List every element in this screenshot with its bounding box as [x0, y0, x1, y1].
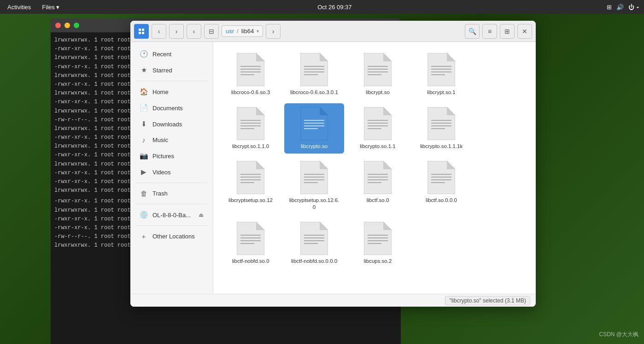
dropdown-arrow-icon: ▾	[56, 4, 59, 11]
activities-button[interactable]: Activities	[5, 3, 34, 12]
recent-icon: 🕐	[140, 50, 148, 58]
search-button[interactable]: 🔍	[465, 24, 480, 39]
path-separator: /	[237, 28, 239, 35]
svg-rect-56	[240, 179, 261, 180]
sidebar-label-other-locations: Other Locations	[152, 233, 195, 240]
svg-rect-91	[368, 237, 388, 238]
svg-rect-73	[431, 177, 451, 178]
file-item[interactable]: libcrypto.so.1.1	[348, 103, 408, 154]
sidebar-item-trash[interactable]: 🗑 Trash	[132, 186, 211, 201]
svg-rect-13	[304, 69, 324, 70]
sidebar-item-recent[interactable]: 🕐 Recent	[132, 46, 211, 62]
grid-icon: ⊞	[504, 28, 510, 35]
sidebar-item-starred[interactable]: ★ Starred	[132, 62, 211, 78]
file-item-selected[interactable]: libcrypto.so	[284, 103, 344, 154]
file-item[interactable]: libctf-nobfd.so.0.0.0	[284, 218, 344, 268]
file-name: libcrypto.so.1.1	[360, 143, 395, 150]
chevron-down-icon: ▾	[257, 29, 259, 34]
file-icon	[237, 53, 264, 86]
file-item[interactable]: libctf.so.0	[348, 157, 408, 214]
svg-rect-19	[368, 69, 388, 70]
sidebar-item-videos[interactable]: ▶ Videos	[132, 164, 211, 180]
svg-rect-0	[139, 29, 141, 31]
svg-rect-61	[304, 177, 324, 178]
svg-rect-24	[431, 66, 451, 67]
filemanager-window: ‹ › ‹ ⊟ usr / lib64 ▾ › 🔍 ≡ ⊞ ✕ 🕐 Re	[130, 21, 536, 307]
breadcrumb-next-button[interactable]: ›	[266, 24, 281, 39]
path-parent[interactable]: usr	[226, 28, 234, 35]
svg-rect-55	[240, 177, 261, 178]
history-button[interactable]: ⊟	[204, 24, 219, 39]
svg-rect-54	[240, 174, 261, 175]
pictures-icon: 📷	[140, 152, 148, 160]
sidebar-label-ol: OL-8-8-0-Ba...	[152, 212, 191, 219]
network-icon: ⊞	[607, 4, 612, 11]
videos-icon: ▶	[140, 168, 148, 176]
sidebar-item-music[interactable]: ♪ Music	[132, 132, 211, 148]
file-item[interactable]: libcrypto.so.1.1.1k	[411, 103, 471, 154]
path-current: lib64	[241, 28, 254, 35]
file-item[interactable]: libcups.so.2	[348, 218, 408, 268]
file-name: libcrypt.so	[366, 89, 390, 96]
sidebar-item-home[interactable]: 🏠 Home	[132, 84, 211, 100]
file-icon	[300, 53, 328, 86]
file-item[interactable]: libcryptsetup.so.12.6.0	[284, 157, 344, 214]
svg-rect-72	[431, 174, 451, 175]
files-menu-button[interactable]: Files ▾	[39, 3, 62, 12]
forward-button[interactable]: ›	[169, 24, 184, 39]
file-item[interactable]: libctf-nobfd.so.0	[221, 218, 281, 268]
close-button[interactable]: ✕	[517, 24, 532, 39]
file-name: libctf.so.0	[367, 197, 389, 204]
svg-rect-1	[142, 29, 144, 31]
documents-icon: 📄	[140, 104, 148, 112]
file-icon	[427, 53, 455, 86]
file-item[interactable]: libctf.so.0.0.0	[411, 157, 471, 214]
svg-rect-38	[304, 125, 324, 126]
file-item[interactable]: libcrypt.so.1.1.0	[221, 103, 281, 154]
file-item[interactable]: libcroco-0.6.so.3.0.1	[284, 49, 344, 100]
sidebar-label-recent: Recent	[152, 51, 171, 58]
up-button[interactable]: ‹	[187, 24, 201, 39]
sidebar-item-documents[interactable]: 📄 Documents	[132, 100, 211, 116]
file-icon	[427, 107, 455, 140]
file-item[interactable]: libcrypt.so.1	[411, 49, 471, 100]
svg-rect-93	[368, 243, 381, 244]
sidebar-label-downloads: Downloads	[152, 121, 182, 128]
eject-icon[interactable]: ⏏	[199, 212, 204, 218]
svg-rect-36	[304, 120, 324, 121]
file-name: libctf-nobfd.so.0.0.0	[291, 258, 337, 265]
sidebar-item-ol[interactable]: 💿 OL-8-8-0-Ba... ⏏	[132, 207, 211, 223]
svg-rect-87	[304, 243, 318, 244]
file-name: libcrypt.so.1.1.0	[232, 143, 269, 150]
sidebar-item-other-locations[interactable]: + Other Locations	[132, 229, 211, 244]
file-icon	[300, 107, 328, 140]
file-item[interactable]: libcrypt.so	[348, 49, 408, 100]
svg-rect-44	[368, 125, 388, 126]
file-icon	[364, 161, 392, 194]
back-button[interactable]: ‹	[152, 24, 166, 39]
sidebar-item-downloads[interactable]: ⬇ Downloads	[132, 116, 211, 132]
datetime-label: Oct 26 09:37	[317, 4, 351, 11]
sidebar-divider-1	[136, 81, 207, 81]
svg-marker-53	[256, 161, 264, 169]
fm-sidebar: 🕐 Recent ★ Starred 🏠 Home 📄 Documents ⬇ …	[130, 42, 213, 294]
svg-rect-25	[431, 69, 451, 70]
home-button[interactable]	[134, 24, 149, 39]
file-name: libcrypt.so.1	[427, 89, 455, 96]
file-item[interactable]: libcroco-0.6.so.3	[221, 49, 281, 100]
sidebar-item-pictures[interactable]: 📷 Pictures	[132, 148, 211, 164]
svg-rect-8	[240, 71, 261, 72]
file-name: libcrypto.so	[301, 143, 328, 150]
topbar-left: Activities Files ▾	[5, 3, 62, 12]
svg-rect-32	[240, 125, 261, 126]
file-name: libctf-nobfd.so.0	[232, 258, 269, 265]
sidebar-label-documents: Documents	[152, 105, 183, 112]
sidebar-divider-4	[136, 225, 207, 226]
svg-rect-68	[368, 179, 388, 180]
file-icon	[237, 161, 264, 194]
grid-view-button[interactable]: ⊞	[500, 24, 515, 39]
sidebar-label-trash: Trash	[152, 190, 168, 197]
fm-statusbar: "libcrypto.so" selected (3.1 MB)	[130, 294, 536, 307]
list-view-button[interactable]: ≡	[482, 24, 497, 39]
file-item[interactable]: libcryptsetup.so.12	[221, 157, 281, 214]
